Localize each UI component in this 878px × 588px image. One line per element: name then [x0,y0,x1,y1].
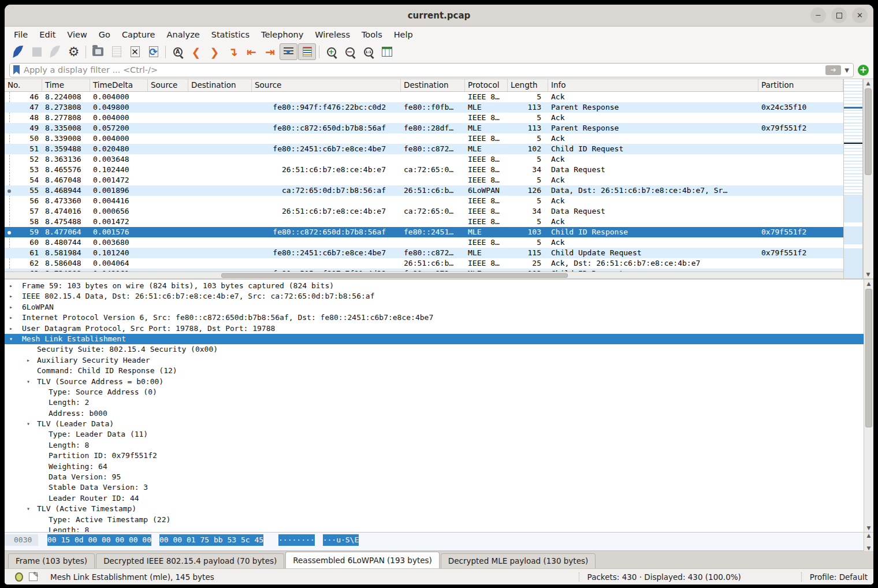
column-header-partition[interactable]: Partition [758,79,843,91]
expand-arrow-icon[interactable]: ▸ [9,302,13,312]
menu-item-statistics[interactable]: Statistics [206,28,255,41]
detail-row[interactable]: Data Version: 95 [5,472,864,482]
collapse-arrow-icon[interactable]: ▾ [27,419,30,429]
detail-row[interactable]: Command: Child ID Response (12) [5,366,864,376]
column-header-length[interactable]: Length [508,79,548,91]
auto-scroll-button[interactable] [280,43,297,60]
menu-item-capture[interactable]: Capture [116,28,161,41]
packet-row-60[interactable]: 608.4807440.003680IEEE 8…5Ack [5,237,843,248]
column-header-time[interactable]: Time [42,79,90,91]
byte-view-tab-2[interactable]: Reassembled 6LoWPAN (193 bytes) [285,552,440,568]
detail-row[interactable]: Length: 2 [5,397,864,408]
hscroll-thumb[interactable] [221,273,568,278]
column-header-info[interactable]: Info [548,79,758,91]
packet-row-50[interactable]: 508.3390080.004000IEEE 8…5Ack [5,133,843,144]
scroll-down-icon[interactable]: ▼ [864,270,873,278]
byte-view-tab-0[interactable]: Frame (103 bytes) [8,553,95,568]
display-filter-input[interactable]: Apply a display filter ... <Ctrl-/> ➜ ▼ [9,63,854,77]
detail-row[interactable]: Partition ID: 0x79f551f2 [5,451,864,461]
go-last-packet-button[interactable] [261,43,279,60]
detail-row[interactable]: Type: Leader Data (11) [5,429,864,440]
expand-arrow-icon[interactable]: ▸ [27,355,30,366]
column-header-source[interactable]: Source [148,79,188,91]
collapse-arrow-icon[interactable]: ▾ [27,504,30,514]
packet-row-53[interactable]: 538.4655760.10244026:51:c6:b7:e8:ce:4b:e… [5,165,843,175]
resize-columns-button[interactable] [378,43,396,60]
hex-bytes-group1[interactable]: 00 15 0d 00 00 00 00 00 [47,534,151,546]
packet-row-58[interactable]: 588.4754880.001472IEEE 8…5Ack [5,217,843,227]
filter-dropdown-icon[interactable]: ▼ [844,67,849,73]
menu-item-file[interactable]: File [8,28,34,41]
detail-row[interactable]: ▾TLV (Leader Data) [5,419,864,429]
column-header-destination[interactable]: Destination [401,79,465,91]
menu-item-edit[interactable]: Edit [34,28,61,41]
scroll-down-icon[interactable]: ▼ [864,544,873,552]
packet-list-scroll-thumb[interactable] [865,88,872,175]
details-vscrollbar[interactable]: ▲ ▼ [864,280,873,532]
expand-arrow-icon[interactable]: ▸ [9,281,13,291]
scroll-down-icon[interactable]: ▼ [864,524,873,532]
expand-arrow-icon[interactable]: ▸ [9,291,13,302]
packet-row-56[interactable]: 568.4733600.004416IEEE 8…5Ack [5,196,843,206]
hex-bytes-group2[interactable]: 00 00 01 75 bb 53 5c 45 [159,534,263,546]
reload-file-button[interactable] [144,43,162,60]
detail-row[interactable]: Address: b000 [5,408,864,419]
packet-row-46[interactable]: 468.2240080.004000IEEE 8…5Ack [5,92,843,102]
start-capture-button[interactable] [9,43,27,60]
hex-ascii-group2[interactable]: ···u·S\E [323,534,359,546]
packet-row-49[interactable]: 498.3350080.057200fe80::c872:650d:b7b8:5… [5,123,843,133]
detail-row[interactable]: ▸IEEE 802.15.4 Data, Dst: 26:51:c6:b7:e8… [5,291,864,302]
colorize-packets-button[interactable] [298,43,316,60]
find-packet-button[interactable] [169,43,187,60]
detail-row[interactable]: Weighting: 64 [5,462,864,472]
scroll-up-icon[interactable]: ▲ [864,531,873,539]
details-scroll-thumb[interactable] [865,289,872,427]
scroll-up-icon[interactable]: ▲ [864,280,873,288]
detail-row[interactable]: Leader Router ID: 44 [5,493,864,504]
detail-row[interactable]: ▾TLV (Active Timestamp) [5,504,864,514]
capture-comment-icon[interactable] [29,572,38,581]
go-forward-button[interactable] [206,43,224,60]
zoom-out-button[interactable] [341,43,359,60]
detail-row[interactable]: ▸Auxiliary Security Header [5,355,864,366]
byte-view-tab-1[interactable]: Decrypted IEEE 802.15.4 payload (70 byte… [96,553,284,568]
detail-row[interactable]: Type: Active Timestamp (22) [5,515,864,525]
column-header-protocol[interactable]: Protocol [465,79,508,91]
expand-arrow-icon[interactable]: ▸ [9,323,13,334]
zoom-original-button[interactable] [359,43,377,60]
packet-row-59[interactable]: 598.4770640.001576fe80::c872:650d:b7b8:5… [5,227,843,237]
filter-bookmark-icon[interactable] [13,65,20,75]
expert-info-icon[interactable] [15,572,23,582]
hex-ascii-group1[interactable]: ········ [278,534,315,546]
detail-row[interactable]: ▸User Datagram Protocol, Src Port: 19788… [5,323,864,334]
close-file-button[interactable] [126,43,144,60]
maximize-icon[interactable] [831,8,847,23]
detail-row[interactable]: Length: 8 [5,440,864,451]
detail-row[interactable]: ▸6LoWPAN [5,302,864,312]
title-bar[interactable]: current.pcap ─ ✕ [5,5,873,27]
byte-view-tab-3[interactable]: Decrypted MLE payload (130 bytes) [441,553,596,568]
menu-item-telephony[interactable]: Telephony [255,28,309,41]
zoom-in-button[interactable] [322,43,340,60]
go-back-button[interactable] [187,43,205,60]
detail-row[interactable]: ▸Frame 59: 103 bytes on wire (824 bits),… [5,281,864,291]
menu-item-tools[interactable]: Tools [356,28,388,41]
packet-row-62[interactable]: 628.5860480.00406426:51:c6:b…IEEE 8…25Ac… [5,258,843,269]
go-first-packet-button[interactable] [243,43,261,60]
open-file-button[interactable] [89,43,107,60]
status-profile[interactable]: Profile: Default [810,572,868,582]
detail-row[interactable]: ▾Mesh Link Establishment [5,334,864,344]
detail-row[interactable]: Security Suite: 802.15.4 Security (0x00) [5,344,864,355]
hex-vscrollbar[interactable]: ▲ ▼ [864,533,873,551]
scroll-up-icon[interactable]: ▲ [864,79,873,87]
close-icon[interactable]: ✕ [852,8,868,23]
menu-item-go[interactable]: Go [93,28,116,41]
add-filter-button-icon[interactable]: + [858,65,869,76]
menu-item-view[interactable]: View [61,28,92,41]
menu-item-help[interactable]: Help [388,28,419,41]
packet-row-47[interactable]: 478.2738080.049800fe80::947f:f476:22bc:c… [5,102,843,113]
packet-row-51[interactable]: 518.3594880.020480fe80::2451:c6b7:e8ce:4… [5,144,843,154]
apply-filter-icon[interactable]: ➜ [825,65,841,75]
detail-row[interactable]: Type: Source Address (0) [5,387,864,397]
menu-item-analyze[interactable]: Analyze [161,28,206,41]
